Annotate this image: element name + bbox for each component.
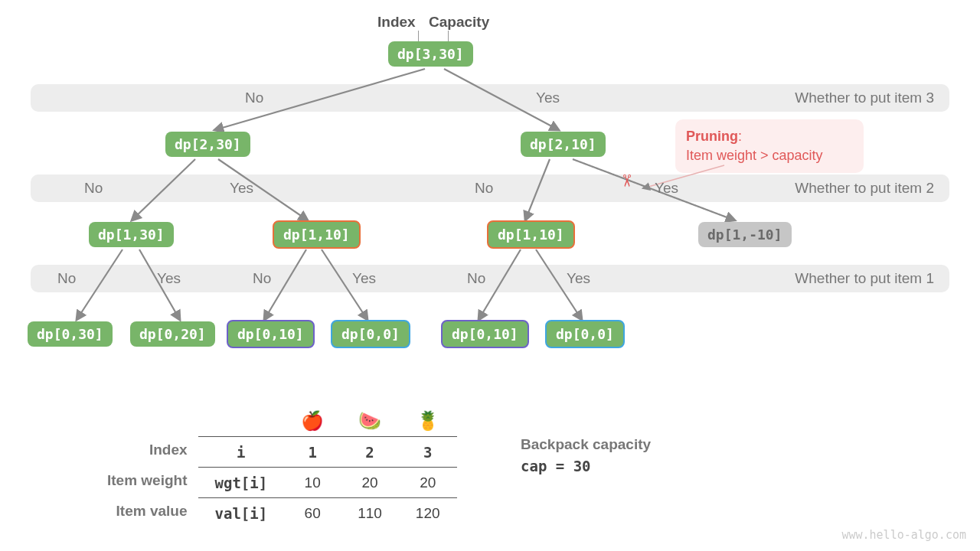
cell-wgt-3: 20: [399, 468, 457, 498]
cell-idx-3: 3: [399, 437, 457, 468]
branch-yes-2a: Yes: [230, 180, 253, 197]
pruning-callout: Pruning: Item weight > capacity: [675, 119, 864, 173]
cell-wgt-1: 10: [284, 468, 341, 498]
branch-yes-1b: Yes: [352, 270, 376, 287]
scissors-icon: ✂: [616, 174, 636, 187]
branch-no-1c: No: [467, 270, 485, 287]
capacity-info: Backpack capacity cap = 30: [521, 436, 651, 474]
tick-capacity: [448, 31, 449, 41]
node-dp-0-30: dp[0,30]: [28, 321, 113, 347]
capacity-header: Backpack capacity: [521, 436, 651, 453]
row-header-value: Item value: [107, 496, 198, 527]
node-dp-0-0-b: dp[0,0]: [545, 320, 625, 348]
watermelon-icon: 🍉: [341, 406, 399, 437]
branch-no-1a: No: [57, 270, 76, 287]
node-dp-0-20: dp[0,20]: [130, 321, 215, 347]
row-header-weight: Item weight: [107, 465, 198, 496]
cell-val-1: 60: [284, 498, 341, 529]
node-dp-0-10-a: dp[0,10]: [227, 320, 315, 348]
branch-yes-2b: Yes: [655, 180, 678, 197]
node-dp-0-10-b: dp[0,10]: [441, 320, 529, 348]
footer-credit: www.hello-algo.com: [841, 528, 966, 542]
branch-no-3l: No: [245, 90, 263, 106]
branch-no-1b: No: [253, 270, 271, 287]
node-dp-1-10-b: dp[1,10]: [487, 220, 575, 249]
branch-no-2a: No: [84, 180, 103, 197]
node-dp-1-neg10: dp[1,-10]: [698, 222, 792, 247]
pruning-sep: :: [738, 129, 742, 144]
cell-val: val[i]: [198, 498, 285, 529]
pineapple-icon: 🍍: [399, 406, 457, 437]
cell-val-3: 120: [399, 498, 457, 529]
cell-idx-1: 1: [284, 437, 341, 468]
apple-icon: 🍎: [284, 406, 341, 437]
branch-yes-3r: Yes: [536, 90, 560, 106]
band-label-2: Whether to put item 2: [795, 180, 934, 197]
band-label-1: Whether to put item 1: [795, 270, 934, 287]
cell-idx-2: 2: [341, 437, 399, 468]
branch-yes-1c: Yes: [567, 270, 590, 287]
header-capacity-label: Capacity: [429, 14, 489, 31]
cell-wgt: wgt[i]: [198, 468, 285, 498]
branch-yes-1a: Yes: [157, 270, 181, 287]
cell-val-2: 110: [341, 498, 399, 529]
tick-index: [418, 31, 419, 41]
table-row-headers: Index Item weight Item value: [107, 406, 198, 527]
header-index-label: Index: [377, 14, 416, 31]
node-dp-0-0-a: dp[0,0]: [331, 320, 410, 348]
item-data-table: Index Item weight Item value 🍎 🍉 🍍 i 1 2…: [107, 406, 457, 529]
cell-wgt-2: 20: [341, 468, 399, 498]
cell-i: i: [198, 437, 285, 468]
node-dp-1-10-a: dp[1,10]: [273, 220, 361, 249]
pruning-text: Item weight > capacity: [686, 148, 823, 163]
node-root: dp[3,30]: [388, 41, 473, 67]
node-dp-2-10: dp[2,10]: [521, 132, 606, 157]
band-label-3: Whether to put item 3: [795, 90, 934, 106]
pruning-title: Pruning: [686, 129, 738, 144]
node-dp-1-30: dp[1,30]: [89, 222, 174, 247]
branch-no-2b: No: [475, 180, 493, 197]
node-dp-2-30: dp[2,30]: [165, 132, 250, 157]
capacity-value: cap = 30: [521, 458, 651, 474]
row-header-index: Index: [107, 435, 198, 465]
